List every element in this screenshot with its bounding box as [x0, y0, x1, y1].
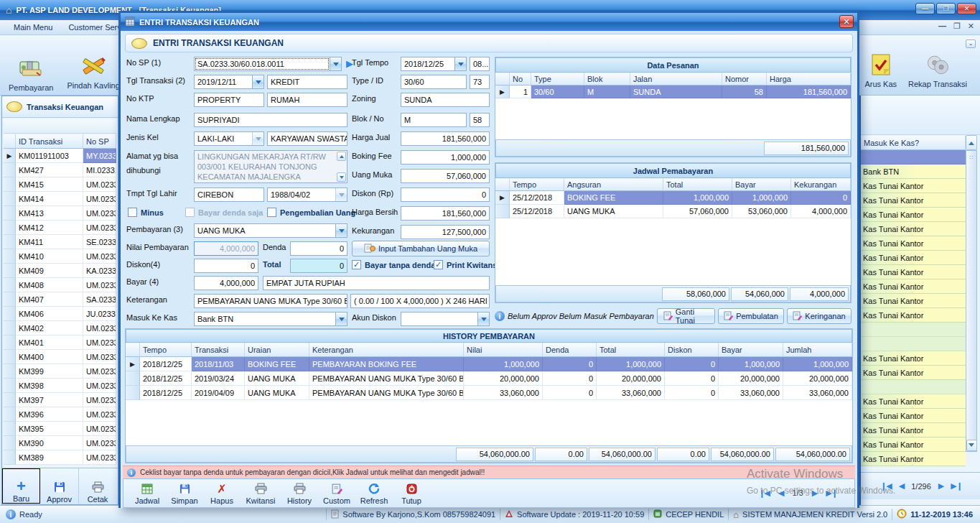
- toolbar-pindah-kavling[interactable]: Pindah Kavling: [61, 37, 125, 93]
- table-row[interactable]: Kas Tunai Kantor: [861, 193, 966, 208]
- table-row[interactable]: KM412UM.0233.30: [4, 221, 116, 235]
- mdi-minimize-icon[interactable]: —: [938, 22, 946, 31]
- combo-arrow-icon[interactable]: [252, 132, 263, 145]
- combo-arrow-icon[interactable]: [335, 224, 347, 237]
- table-row[interactable]: Kas Tunai Kantor: [861, 179, 966, 193]
- custom-button[interactable]: Custom: [319, 479, 355, 505]
- refresh-button[interactable]: Refresh: [356, 479, 392, 505]
- cetak-button[interactable]: Cetak: [79, 468, 116, 504]
- grid-filter-row[interactable]: [4, 119, 116, 134]
- table-row[interactable]: Kas Tunai Kantor: [861, 308, 966, 323]
- jadwal-button[interactable]: Jadwal: [129, 479, 165, 505]
- table-row[interactable]: 2018/12/25 2019/04/09 UANG MUKA PEMBAYAR…: [126, 386, 852, 400]
- table-row[interactable]: KM414UM.0233.30: [4, 192, 116, 206]
- table-row[interactable]: KM415UM.0233.30: [4, 177, 116, 192]
- menu-main-menu[interactable]: Main Menu: [7, 22, 59, 33]
- no-sp-combo[interactable]: SA.0233.30/60.018.0011: [194, 57, 342, 71]
- print-kwitansi-checkbox[interactable]: Print Kwitansi: [434, 260, 499, 269]
- scrollbar-grip-icon[interactable]: ∷: [969, 157, 973, 159]
- rumah-field[interactable]: RUMAH: [267, 93, 347, 107]
- jenis-kel-combo[interactable]: LAKI-LAKI: [194, 131, 264, 146]
- tgl-tempo-combo[interactable]: 2018/12/25: [401, 57, 467, 71]
- table-row[interactable]: KM400UM.0233.30: [4, 350, 116, 364]
- table-row[interactable]: KM409KA.0233.30: [4, 264, 116, 278]
- zoning-field[interactable]: SUNDA: [401, 93, 490, 107]
- masuk-ke-kas-combo[interactable]: Bank BTN: [194, 312, 347, 326]
- combo-arrow-icon[interactable]: [335, 188, 347, 201]
- table-row[interactable]: Kas Tunai Kantor: [861, 222, 966, 236]
- restore-button[interactable]: ❐: [936, 3, 956, 14]
- checkbox-icon[interactable]: [128, 208, 137, 217]
- mdi-restore-icon[interactable]: ❐: [953, 22, 961, 31]
- col-nomor[interactable]: Nomor: [722, 73, 767, 85]
- col-bayar[interactable]: Bayar: [732, 178, 791, 191]
- dialog-close-button[interactable]: ✕: [839, 15, 854, 28]
- table-row[interactable]: Kas Tunai Kantor: [861, 265, 966, 279]
- blok-field[interactable]: M: [401, 113, 467, 127]
- table-row[interactable]: Kas Tunai Kantor: [861, 236, 966, 251]
- next-page-icon[interactable]: [938, 481, 943, 491]
- table-row[interactable]: KM411SE.0233.30: [4, 235, 116, 249]
- toolbar-pembayaran[interactable]: Pembayaran: [3, 39, 59, 95]
- bayar-denda-saja-checkbox[interactable]: Bayar denda saja: [185, 208, 263, 217]
- simpan-button[interactable]: Simpan: [167, 479, 202, 505]
- table-row[interactable]: 2018/12/25 2019/03/24 UANG MUKA PEMBAYAR…: [126, 371, 852, 386]
- table-row[interactable]: KM427MI.0233.30: [4, 163, 116, 177]
- col-keterangan[interactable]: Keterangan: [309, 343, 464, 357]
- col-harga[interactable]: Harga: [767, 73, 851, 85]
- combo-arrow-icon[interactable]: [330, 57, 341, 70]
- tgl-transaksi-combo[interactable]: 2019/12/11: [194, 75, 264, 89]
- input-tambahan-uang-muka-button[interactable]: Input Tambahan Uang Muka: [352, 241, 490, 256]
- col-type[interactable]: Type: [531, 73, 584, 85]
- table-row[interactable]: KM397UM.0233.30: [4, 393, 116, 407]
- bayar4-field[interactable]: 4,000,000: [194, 276, 258, 290]
- combo-arrow-icon[interactable]: [335, 313, 347, 325]
- table-row[interactable]: Kas Tunai Kantor: [861, 208, 966, 222]
- table-row[interactable]: KM399UM.0233.30: [4, 364, 116, 379]
- table-row[interactable]: Kas Tunai Kantor: [861, 366, 966, 380]
- table-row[interactable]: Kas Tunai Kantor: [861, 409, 966, 423]
- col-nilai[interactable]: Nilai: [464, 343, 543, 357]
- col-jumlah[interactable]: Jumlah: [783, 343, 852, 357]
- pengembalian-uang-checkbox[interactable]: Pengembalian Uang: [267, 208, 355, 217]
- prev-page-icon[interactable]: [899, 481, 904, 491]
- table-row[interactable]: KM408UM.0233.30: [4, 278, 116, 292]
- table-row[interactable]: KM396UM.0233.30: [4, 407, 116, 422]
- no-field[interactable]: 58: [470, 113, 490, 127]
- textarea-scroll-down-icon[interactable]: [337, 172, 346, 182]
- table-row[interactable]: Kas Tunai Kantor: [861, 251, 966, 265]
- textarea-scroll-up-icon[interactable]: [337, 152, 346, 161]
- table-row[interactable]: [861, 323, 966, 337]
- table-row[interactable]: 25/12/2018 UANG MUKA 57,060,000 53,060,0…: [495, 205, 851, 218]
- first-record-icon[interactable]: [758, 489, 770, 498]
- tempo-time-field[interactable]: 08...: [470, 57, 490, 71]
- col-jalan[interactable]: Jalan: [630, 73, 722, 85]
- next-record-icon[interactable]: [812, 489, 817, 498]
- type-field[interactable]: 30/60: [401, 75, 467, 89]
- combo-arrow-icon[interactable]: [454, 57, 466, 70]
- last-page-icon[interactable]: [951, 481, 962, 491]
- col-no[interactable]: No: [510, 73, 531, 85]
- toolbar-expand-icon[interactable]: ⌄: [966, 40, 976, 48]
- pekerjaan-field[interactable]: KARYAWAN SWASTA: [267, 131, 347, 146]
- nama-lengkap-field[interactable]: SUPRIYADI: [194, 113, 347, 127]
- col-uraian[interactable]: Uraian: [245, 343, 309, 357]
- denda-field[interactable]: 0: [290, 241, 347, 256]
- tgl-lahir-combo[interactable]: 1988/04/02: [267, 188, 347, 202]
- table-row[interactable]: KM413UM.0233.30: [4, 206, 116, 221]
- last-record-icon[interactable]: [826, 489, 837, 498]
- approv-button[interactable]: Approv: [40, 468, 79, 504]
- checkbox-icon[interactable]: [267, 208, 276, 217]
- toolbar-arus-kas[interactable]: Arus Kas: [859, 35, 902, 91]
- table-row[interactable]: 2018/12/25 2018/11/03 BOKING FEE PEMBAYA…: [126, 357, 852, 371]
- akun-diskon-combo[interactable]: [401, 312, 490, 326]
- table-row[interactable]: [861, 380, 966, 394]
- col-tempo[interactable]: Tempo: [510, 178, 564, 191]
- no-ktp-field[interactable]: PROPERTY: [194, 93, 264, 107]
- history-button[interactable]: History: [281, 479, 317, 505]
- table-row[interactable]: Kas Tunai Kantor: [861, 438, 966, 452]
- keringanan-button[interactable]: Keringanan: [787, 308, 851, 324]
- table-row[interactable]: Kas Tunai Kantor: [861, 351, 966, 366]
- col-id-transaksi[interactable]: ID Transaksi: [16, 134, 83, 149]
- minus-checkbox[interactable]: Minus: [128, 208, 164, 217]
